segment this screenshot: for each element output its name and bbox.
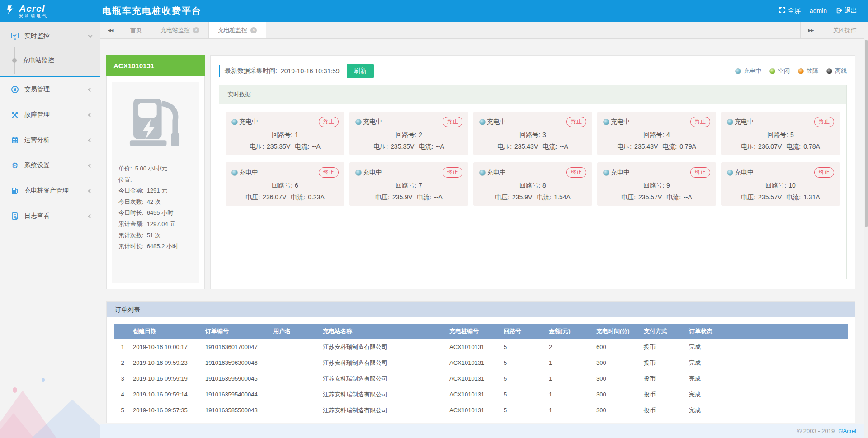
stop-button[interactable]: 终止 <box>566 167 586 178</box>
stop-button[interactable]: 终止 <box>690 167 710 178</box>
charging-pile-illustration <box>118 88 193 163</box>
chevron-left-icon <box>88 87 93 92</box>
username[interactable]: admin <box>810 7 827 14</box>
logout-icon <box>836 7 842 15</box>
monitor-icon <box>11 32 19 40</box>
charging-status-icon <box>479 119 486 125</box>
gear-icon: ⚙ <box>11 161 19 170</box>
stop-button[interactable]: 终止 <box>443 167 462 178</box>
fullscreen-button[interactable]: 全屏 <box>779 7 801 15</box>
footer-brand-link[interactable]: ©Acrel <box>839 428 856 434</box>
station-stat: 今日金额:1291 元 <box>118 185 193 197</box>
refresh-button[interactable]: 刷新 <box>347 64 374 78</box>
charging-status-icon <box>231 170 238 176</box>
circuit-card: 充电中终止 回路号:7 电压:235.9V电流:--A <box>349 162 468 206</box>
top-header: Acrel 安科瑞电气 电瓶车充电桩收费平台 全屏 admin 退出 <box>0 0 868 22</box>
close-operations-button[interactable]: 关闭操作 <box>821 22 868 38</box>
charging-pile-icon <box>11 187 19 195</box>
chevron-left-icon <box>88 113 93 117</box>
realtime-panel: 最新数据采集时间: 2019-10-16 10:31:59 刷新 充电中 空闲 … <box>210 55 855 289</box>
collect-time-label: 最新数据采集时间: <box>225 67 277 75</box>
legend-charging: 充电中 <box>735 67 761 75</box>
stop-button[interactable]: 终止 <box>814 167 834 178</box>
acrel-logo-icon <box>6 5 16 17</box>
stop-button[interactable]: 终止 <box>319 167 339 178</box>
scrollbar-thumb[interactable] <box>865 40 868 227</box>
charging-status-icon <box>603 170 609 176</box>
chevron-left-icon <box>88 214 93 218</box>
station-stat: 单价:5.00 小时/元 <box>118 163 193 174</box>
collect-time-value: 2019-10-16 10:31:59 <box>281 67 340 75</box>
chevron-left-icon <box>88 138 93 142</box>
table-row[interactable]: 22019-10-16 09:59:231910163596300046江苏安科… <box>114 355 848 371</box>
charging-status-icon <box>727 170 733 176</box>
table-row[interactable]: 52019-10-16 09:57:351910163585500043江苏安科… <box>114 402 848 418</box>
sidebar-item-realtime-monitor[interactable]: 实时监控 <box>0 24 100 49</box>
orders-table: 创建日期 订单编号 用户名 充电站名称 充电桩编号 回路号 金额(元) 充电时间… <box>114 324 848 418</box>
stop-button[interactable]: 终止 <box>443 117 462 127</box>
vertical-scrollbar[interactable] <box>864 22 868 438</box>
station-stat: 累计时长:6485.2 小时 <box>118 241 193 252</box>
station-stat: 今日时长:6455 小时 <box>118 207 193 219</box>
sidebar-item-settings[interactable]: ⚙ 系统设置 <box>0 153 100 178</box>
offline-status-icon <box>826 68 832 74</box>
table-row[interactable]: 32019-10-16 09:59:191910163595900045江苏安科… <box>114 371 848 386</box>
logo-subtitle: 安科瑞电气 <box>19 14 48 18</box>
charging-status-icon <box>355 170 362 176</box>
circuit-card: 充电中终止 回路号:5 电压:236.07V电流:0.78A <box>721 112 840 155</box>
charging-status-icon <box>735 68 741 74</box>
tab-station-monitor[interactable]: 充电站监控 × <box>151 22 209 38</box>
logo-name: Acrel <box>19 4 48 13</box>
charging-status-icon <box>603 119 609 125</box>
sidebar-item-faults[interactable]: 故障管理 <box>0 102 100 127</box>
table-row[interactable]: 12019-10-16 10:00:171910163601700047江苏安科… <box>114 339 848 355</box>
calendar-icon <box>11 136 19 144</box>
tab-pile-monitor[interactable]: 充电桩监控 × <box>209 22 266 38</box>
circuit-card: 充电中终止 回路号:3 电压:235.43V电流:--A <box>473 112 592 155</box>
chevron-left-icon <box>88 188 93 193</box>
station-stat: 位置: <box>118 174 193 186</box>
tab-home[interactable]: 首页 <box>121 22 151 38</box>
circuit-card: 充电中终止 回路号:8 电压:235.9V电流:1.54A <box>473 162 592 206</box>
footer: © 2003 - 2019 ©Acrel <box>100 424 868 438</box>
sidebar-item-analytics[interactable]: 运营分析 <box>0 127 100 153</box>
orders-title: 订单列表 <box>107 302 855 317</box>
submenu-dot-icon <box>12 58 17 63</box>
sidebar-item-station-monitor[interactable]: 充电站监控 <box>0 49 100 72</box>
content-area: ACX1010131 <box>100 39 868 424</box>
circuit-card: 充电中终止 回路号:10 电压:235.57V电流:1.31A <box>721 162 840 206</box>
chevron-left-icon <box>88 163 93 168</box>
stop-button[interactable]: 终止 <box>319 117 339 127</box>
legend-fault: 故障 <box>798 67 818 75</box>
legend-idle: 空闲 <box>769 67 790 75</box>
realtime-data-section: 实时数据 充电中终止 回路号:1 电压:235.35V电流:--A <box>219 85 847 279</box>
yuan-circle-icon: ¥ <box>11 85 19 94</box>
orders-panel: 订单列表 创建日期 订单编号 用户名 <box>106 301 855 423</box>
log-document-icon <box>11 212 19 220</box>
logout-button[interactable]: 退出 <box>836 7 857 15</box>
charging-status-icon <box>479 170 486 176</box>
tabs-scroll-right-button[interactable]: ▶▶ <box>800 22 821 38</box>
stop-button[interactable]: 终止 <box>690 117 710 127</box>
sidebar-item-logs[interactable]: 日志查看 <box>0 203 100 229</box>
stop-button[interactable]: 终止 <box>814 117 834 127</box>
brand-logo: Acrel 安科瑞电气 <box>6 4 100 18</box>
status-legend: 充电中 空闲 故障 离线 <box>735 67 847 75</box>
station-stat: 今日次数:42 次 <box>118 197 193 208</box>
table-row[interactable]: 42019-10-16 09:59:141910163595400044江苏安科… <box>114 386 848 402</box>
close-icon[interactable]: × <box>250 27 257 33</box>
legend-offline: 离线 <box>826 67 847 75</box>
stop-button[interactable]: 终止 <box>566 117 586 127</box>
close-icon[interactable]: × <box>193 27 199 33</box>
page-title: 电瓶车充电桩收费平台 <box>102 5 202 17</box>
sidebar-item-transactions[interactable]: ¥ 交易管理 <box>0 77 100 102</box>
tab-bar: ◀◀ 首页 充电站监控 × 充电桩监控 × ▶▶ 关闭操作 <box>100 22 868 39</box>
charging-status-icon <box>727 119 733 125</box>
sidebar-item-pile-assets[interactable]: 充电桩资产管理 <box>0 178 100 203</box>
copyright-text: © 2003 - 2019 <box>797 428 835 434</box>
decorative-cityscape <box>0 370 100 438</box>
fullscreen-icon <box>779 7 786 15</box>
tabs-scroll-left-button[interactable]: ◀◀ <box>100 22 121 38</box>
sidebar-group-realtime: 实时监控 充电站监控 <box>0 22 100 77</box>
fault-status-icon <box>798 68 804 74</box>
